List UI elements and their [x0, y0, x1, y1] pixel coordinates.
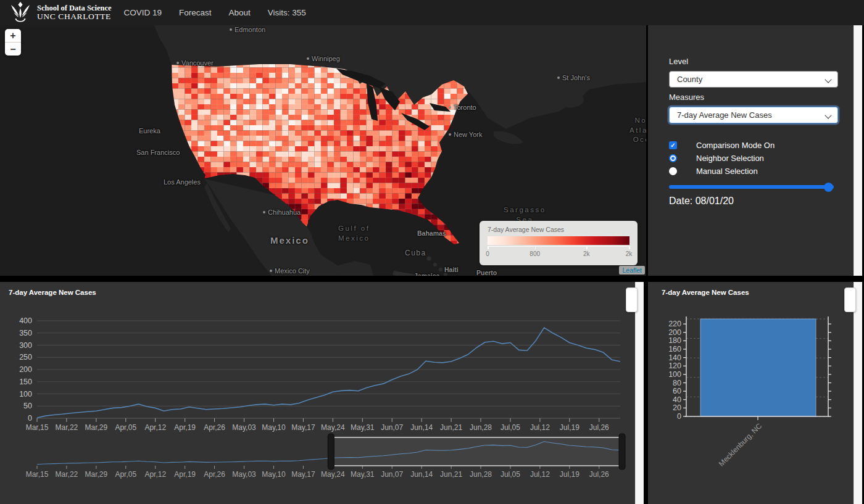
navbar: School of Data Science UNC CHARLOTTE COV… [0, 0, 864, 25]
neighbor-selection-label: Neighbor Selection [696, 154, 764, 163]
legend-title: 7-day Average New Cases [488, 226, 564, 233]
svg-text:Jun,14: Jun,14 [410, 423, 433, 432]
nav-item-visits-355[interactable]: Visits: 355 [268, 8, 306, 17]
brush-handle-left[interactable] [328, 434, 334, 469]
measures-select[interactable]: 7-day Average New Cases [669, 107, 838, 123]
date-slider[interactable] [669, 185, 834, 189]
svg-text:Apr,26: Apr,26 [204, 423, 225, 432]
timeseries-line-chart: 050100150200250300350400Mar,15Mar,22Mar,… [0, 282, 636, 504]
svg-text:60: 60 [673, 387, 681, 395]
svg-text:May,10: May,10 [262, 423, 286, 432]
svg-text:Mar,29: Mar,29 [85, 423, 108, 432]
brand-text: School of Data Science UNC CHARLOTTE [37, 4, 111, 21]
manual-selection-radio[interactable] [669, 167, 677, 175]
date-slider-thumb[interactable] [824, 183, 833, 192]
brand-university-name: UNC CHARLOTTE [37, 12, 111, 21]
legend-tick-label: 2k [583, 250, 590, 257]
covid-dashboard: School of Data Science UNC CHARLOTTE COV… [0, 0, 864, 504]
city-dot-icon [307, 57, 309, 60]
map-label-toronto: Toronto [449, 104, 476, 111]
bar-chart-title: 7-day Average New Cases [662, 289, 749, 296]
svg-text:May,10: May,10 [262, 470, 286, 479]
bar-x-label: Mecklenburg, NC [717, 421, 764, 468]
map-label-mexico-city: Mexico City [270, 267, 310, 275]
map-label-new-york: New York [449, 131, 482, 138]
nav-item-covid-19[interactable]: COVID 19 [123, 8, 162, 17]
level-select[interactable]: County [669, 71, 838, 88]
line-panel-scrollbar[interactable] [635, 282, 644, 504]
bar-mecklenburg[interactable] [700, 319, 816, 416]
svg-text:250: 250 [19, 353, 32, 361]
svg-text:Mar,15: Mar,15 [26, 470, 49, 479]
timeseries-chart-panel: 7-day Average New Cases 0501001502002503… [0, 282, 644, 504]
svg-text:Jul,05: Jul,05 [501, 470, 520, 479]
svg-text:160: 160 [668, 345, 681, 353]
svg-text:180: 180 [668, 336, 681, 345]
line-panel-scroll-thumb[interactable] [626, 287, 638, 312]
svg-text:Apr,05: Apr,05 [115, 423, 136, 432]
svg-text:Apr,19: Apr,19 [174, 470, 196, 479]
city-dot-icon [449, 106, 451, 109]
line-chart-title: 7-day Average New Cases [9, 289, 96, 296]
svg-text:Apr,12: Apr,12 [144, 470, 166, 479]
brand: School of Data Science UNC CHARLOTTE [9, 1, 111, 25]
svg-text:Apr,26: Apr,26 [204, 470, 225, 479]
comparison-mode-row: ✓ Comparison Mode On [669, 141, 775, 150]
chevron-down-icon [825, 112, 831, 118]
city-dot-icon [270, 270, 272, 272]
map-label-eureka: Eureka [139, 127, 160, 134]
map-label-edmonton: Edmonton [230, 26, 265, 33]
svg-text:Mar,29: Mar,29 [85, 470, 108, 479]
zoom-in-button[interactable]: + [5, 29, 21, 43]
svg-text:May,17: May,17 [291, 470, 315, 479]
svg-text:Jul,05: Jul,05 [501, 423, 520, 432]
nav-item-about[interactable]: About [229, 8, 251, 17]
svg-text:120: 120 [668, 361, 681, 370]
choropleth-map-panel[interactable]: EdmontonVancouverWinnipegSt John'sToront… [0, 25, 646, 276]
level-label: Level [669, 57, 688, 66]
city-dot-icon [263, 211, 265, 213]
map-label-los-angeles: Los Angeles [164, 178, 201, 186]
map-label-north: North Atlantic Ocean [629, 116, 646, 145]
zoom-out-button[interactable]: − [5, 43, 21, 56]
svg-text:150: 150 [19, 378, 32, 386]
svg-text:May,24: May,24 [321, 423, 345, 432]
svg-text:200: 200 [668, 328, 681, 337]
legend-axis [488, 246, 629, 250]
comparison-mode-checkbox[interactable]: ✓ [669, 141, 677, 149]
brush-handle-right[interactable] [619, 434, 625, 469]
controls-sidebar: Level County Measures 7-day Average New … [648, 25, 862, 276]
map-label-puerto: Puerto [476, 269, 497, 276]
sidebar-scrollbar[interactable] [854, 25, 862, 276]
svg-text:Apr,12: Apr,12 [144, 423, 166, 432]
bar-panel-scroll-thumb[interactable] [844, 287, 856, 312]
svg-text:50: 50 [23, 402, 32, 410]
manual-selection-label: Manual Selection [696, 167, 758, 176]
unc-charlotte-crown-logo-icon [9, 1, 32, 25]
leaflet-attribution-link[interactable]: Leaflet [619, 266, 645, 275]
svg-text:Jul,12: Jul,12 [530, 470, 550, 479]
svg-text:20: 20 [673, 403, 681, 412]
city-dot-icon [449, 133, 451, 136]
svg-text:May,31: May,31 [351, 423, 375, 432]
svg-text:40: 40 [673, 395, 681, 404]
svg-text:Mar,15: Mar,15 [26, 423, 49, 432]
svg-text:Jul,26: Jul,26 [589, 470, 609, 479]
map-label-jamaica: Jamaica [414, 272, 439, 276]
nav-item-forecast[interactable]: Forecast [179, 8, 212, 17]
map-label-st-john-s: St John's [557, 74, 590, 81]
measures-select-value: 7-day Average New Cases [677, 110, 772, 120]
selected-date-label: Date: 08/01/20 [669, 196, 734, 207]
svg-text:Jul,12: Jul,12 [530, 423, 550, 432]
nav-menu: COVID 19ForecastAboutVisits: 355 [123, 8, 305, 17]
legend-tick [586, 246, 588, 249]
legend-tick-label: 2k [626, 250, 633, 257]
legend-tick-label: 0 [486, 250, 489, 257]
brush-selection[interactable] [333, 437, 620, 466]
svg-text:May,03: May,03 [232, 470, 256, 479]
neighbor-selection-radio[interactable] [669, 154, 677, 162]
svg-text:May,03: May,03 [232, 423, 256, 432]
bar-panel-scrollbar[interactable] [854, 282, 862, 504]
comparison-mode-label: Comparison Mode On [696, 141, 775, 150]
svg-text:Mar,22: Mar,22 [56, 470, 78, 479]
